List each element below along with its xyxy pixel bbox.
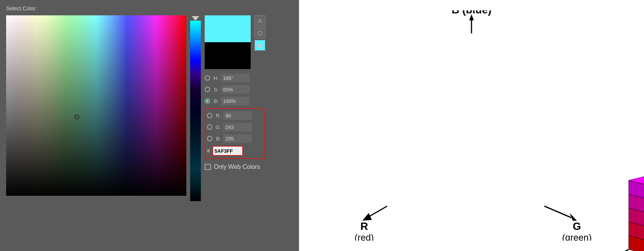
swatch-icon: ◼ [258,42,262,48]
b-input[interactable] [221,97,250,105]
s-label: S: [212,87,219,92]
color-preview-current [205,15,251,42]
color-picker-area: ⚠ ⬡ ◼ H: S [6,15,293,201]
web-colors-checkbox[interactable] [205,164,211,170]
rgb-cube-render: B (blue) R (red) G (green) [598,0,644,251]
r-label: R: [215,113,221,119]
warning-icon-button[interactable]: ⚠ [255,15,265,26]
svg-line-96 [608,249,629,251]
hex-hash: # [207,148,210,154]
b-rgb-label: B: [215,136,221,142]
color-preview-box [205,15,251,69]
gradient-square[interactable] [6,15,186,196]
b-radio[interactable] [205,98,210,104]
r-input[interactable] [223,111,252,120]
cube-icon: ⬡ [258,30,262,36]
rgb-section: R: G: B: # [205,108,265,159]
left-panel: Select Color: [0,0,299,251]
r-field-row: R: [207,111,263,121]
hsb-fields: H: S: B: R: [205,73,265,159]
color-preview-previous [205,42,251,69]
warning-icon: ⚠ [258,18,263,24]
h-label: H: [212,75,219,81]
svg-line-2 [367,206,387,218]
rgb-cube-svg: B (blue) R (red) G (green) // This will … [341,10,602,241]
swatch-icon-button[interactable]: ◼ [255,40,265,51]
g-green-axis-label: G [573,220,581,232]
svg-line-4 [544,206,571,218]
cube-icon-button[interactable]: ⬡ [255,28,265,38]
b-rgb-input[interactable] [223,134,252,143]
h-radio[interactable] [205,75,210,81]
r-radio[interactable] [207,113,212,118]
hue-slider-column [190,15,201,201]
b-rgb-radio[interactable] [207,136,212,141]
g-radio[interactable] [207,124,212,130]
s-radio[interactable] [205,87,210,92]
g-input[interactable] [223,123,252,131]
h-field-row: H: [205,73,265,83]
s-field-row: S: [205,84,265,94]
s-input[interactable] [221,85,250,94]
b-rgb-field-row: B: [207,134,263,144]
r-red-axis-label: R [360,220,368,232]
b-blue-axis-label: B (blue) [452,10,491,16]
hex-input[interactable] [212,146,243,156]
hue-slider[interactable] [190,21,201,201]
g-green-axis-sublabel: (green) [562,232,591,241]
r-red-axis-sublabel: (red) [355,232,374,241]
h-input[interactable] [221,74,250,82]
svg-marker-3 [362,213,372,221]
web-colors-label: Only Web Colors [214,163,260,170]
g-label: G: [215,124,221,130]
right-panel: B (blue) R (red) G (green) // This will … [299,0,644,251]
hex-row: # [207,145,263,157]
slider-handle [192,16,199,21]
b-field-row: B: [205,96,265,106]
g-field-row: G: [207,122,263,132]
web-colors-row: Only Web Colors [205,163,265,170]
b-label: B: [212,98,219,104]
icon-buttons: ⚠ ⬡ ◼ [255,15,265,51]
panel-title: Select Color: [6,5,293,12]
